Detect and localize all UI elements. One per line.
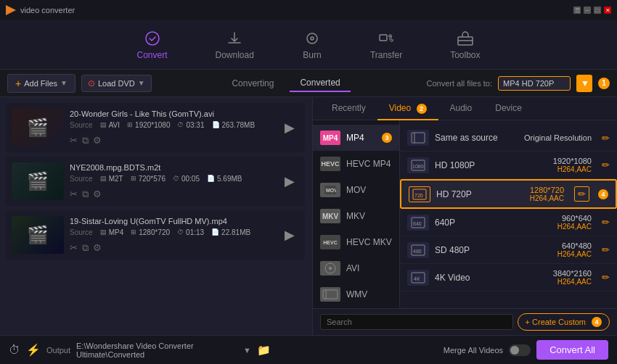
app-title: video converter (20, 6, 75, 15)
sd480-size: 640*480 (557, 241, 592, 250)
nav-toolbox[interactable]: Toolbox (444, 27, 486, 63)
settings-icon-3[interactable]: ⚙ (93, 242, 102, 254)
duration-val-2: ⏱ 00:05 (173, 175, 200, 183)
maximize-button[interactable]: □ (594, 7, 601, 14)
res-icon-1: ⊞ (127, 121, 133, 128)
output-dropdown-icon[interactable]: ▼ (243, 346, 251, 355)
tab-device[interactable]: Device (483, 97, 534, 120)
settings-icon-1[interactable]: ⚙ (93, 135, 102, 146)
file-meta-3: Source ▤ MP4 ⊞ 1280*720 ⏱ 01:13 📄 (70, 228, 274, 236)
convert-all-label: Convert all files to: (427, 79, 492, 88)
close-button[interactable]: ✕ (604, 7, 611, 14)
sd480-edit-icon[interactable]: ✏ (602, 244, 610, 255)
video-tab-badge: 2 (417, 104, 427, 114)
resolution-same-source[interactable]: Same as source Original Resolution ✏ (400, 125, 617, 152)
format-type-hevc-mp4[interactable]: HEVC HEVC MP4 (313, 151, 399, 177)
resolution-640p[interactable]: 640 640P 960*640 H264,AAC ✏ (400, 209, 617, 236)
file-item-3: 🎬 19-Sistar-Loving U(GomTV FullHD MV).mp… (6, 210, 305, 260)
format-icon-2: ▤ (100, 175, 107, 182)
svg-text:4K: 4K (414, 276, 420, 281)
clock-icon-1: ⏱ (177, 121, 184, 128)
file-info-2: NYE2008.mpg.BDTS.m2t Source ▤ M2T ⊞ 720*… (70, 163, 274, 200)
settings-icon-2[interactable]: ⚙ (93, 189, 102, 200)
arrow-btn-1[interactable]: ▶ (285, 120, 295, 136)
menu-icon[interactable]: ☰ (573, 7, 581, 14)
hd1080-codec: H264,AAC (553, 165, 592, 173)
4k-edit-icon[interactable]: ✏ (602, 272, 610, 283)
clock-icon-3: ⏱ (177, 228, 184, 236)
file-thumb-2: 🎬 (12, 162, 64, 200)
file-icon-2: 📄 (207, 175, 215, 182)
file-info-3: 19-Sistar-Loving U(GomTV FullHD MV).mp4 … (70, 217, 274, 254)
arrow-btn-3[interactable]: ▶ (285, 227, 295, 243)
svg-text:1080: 1080 (412, 164, 424, 169)
convert-icon (142, 30, 163, 47)
file-name-2: NYE2008.mpg.BDTS.m2t (70, 163, 274, 172)
resolution-hd720[interactable]: 720 HD 720P 1280*720 H264,AAC ✏ 4 (400, 179, 617, 209)
nav-transfer[interactable]: Transfer (364, 27, 408, 63)
avi-icon (320, 261, 340, 276)
nav-burn[interactable]: Burn (296, 27, 328, 63)
format-type-wmv[interactable]: WMV (313, 281, 399, 307)
title-bar: video converter ☰ ─ □ ✕ (0, 0, 617, 20)
mkv-icon: MKV (320, 209, 340, 223)
search-input[interactable] (320, 314, 513, 330)
minimize-button[interactable]: ─ (584, 7, 591, 14)
speed-icon[interactable]: ⚡ (26, 343, 41, 357)
format-type-hevc-mkv[interactable]: HEVC HEVC MKV (313, 229, 399, 255)
hd1080-edit-icon[interactable]: ✏ (602, 160, 610, 170)
format-type-mkv[interactable]: MKV MKV (313, 203, 399, 229)
merge-icon-1[interactable]: ⧉ (82, 135, 89, 146)
format-body: MP4 MP4 3 HEVC HEVC MP4 MOV MOV MKV MKV (313, 120, 617, 308)
resolution-hd1080[interactable]: 1080 HD 1080P 1920*1080 H264,AAC ✏ (400, 152, 617, 179)
mov-icon: MOV (320, 183, 340, 197)
create-custom-button[interactable]: + Create Custom 4 (518, 313, 610, 331)
cut-icon-3[interactable]: ✂ (70, 242, 78, 254)
format-type-mp4[interactable]: MP4 MP4 3 (313, 125, 399, 151)
hd720-codec: H264,AAC (530, 194, 564, 202)
nav-download[interactable]: Download (210, 27, 260, 63)
svg-text:MOV: MOV (326, 188, 336, 193)
download-icon (224, 30, 245, 47)
add-files-button[interactable]: + Add Files ▼ (7, 74, 75, 93)
load-dvd-button[interactable]: ⊙ Load DVD ▼ (81, 75, 152, 92)
format-type-avi[interactable]: AVI (313, 255, 399, 281)
same-source-edit-icon[interactable]: ✏ (602, 133, 610, 144)
format-selector[interactable]: MP4 HD 720P (498, 76, 571, 91)
merge-icon-3[interactable]: ⧉ (82, 242, 89, 254)
resolution-sd480[interactable]: 480 SD 480P 640*480 H264,AAC ✏ (400, 236, 617, 264)
format-val-2: ▤ M2T (100, 175, 123, 183)
merge-toggle[interactable] (509, 344, 531, 356)
tab-converted[interactable]: Converted (290, 75, 350, 92)
640p-edit-icon[interactable]: ✏ (602, 217, 610, 228)
hd720-edit-icon[interactable]: ✏ (574, 186, 589, 202)
folder-icon[interactable]: 📁 (257, 344, 271, 357)
sd480-details: 640*480 H264,AAC (557, 241, 592, 258)
cut-icon-1[interactable]: ✂ (70, 135, 78, 146)
640p-details: 960*640 H264,AAC (557, 214, 592, 231)
duration-val-1: ⏱ 03:31 (177, 121, 204, 129)
tab-audio[interactable]: Audio (438, 97, 484, 120)
hd720-size: 1280*720 (530, 186, 564, 194)
same-source-details: Original Resolution (524, 133, 592, 142)
arrow-btn-2[interactable]: ▶ (285, 173, 295, 189)
duration-val-3: ⏱ 01:13 (177, 228, 204, 236)
tab-recently[interactable]: Recently (320, 97, 377, 120)
convert-all-button[interactable]: Convert All (536, 340, 608, 360)
resolution-4k[interactable]: 4K 4K Video 3840*2160 H264,AAC ✏ (400, 264, 617, 291)
clock-icon-2: ⏱ (173, 175, 179, 182)
merge-icon-2[interactable]: ⧉ (82, 189, 89, 200)
window-controls[interactable]: ☰ ─ □ ✕ (573, 7, 611, 14)
format-dropdown-button[interactable]: ▼ (576, 75, 592, 92)
format-type-mov[interactable]: MOV MOV (313, 177, 399, 203)
tab-video[interactable]: Video 2 (377, 97, 438, 120)
history-icon[interactable]: ⏱ (9, 344, 20, 357)
tab-converting[interactable]: Converting (221, 75, 284, 91)
cut-icon-2[interactable]: ✂ (70, 189, 78, 200)
nav-convert[interactable]: Convert (131, 27, 173, 63)
create-custom-badge: 4 (592, 317, 602, 327)
same-source-label: Same as source (435, 133, 518, 143)
format-icon-3: ▤ (100, 228, 107, 236)
format-type-list: MP4 MP4 3 HEVC HEVC MP4 MOV MOV MKV MKV (313, 120, 400, 308)
file-icon-1: 📄 (212, 121, 220, 128)
